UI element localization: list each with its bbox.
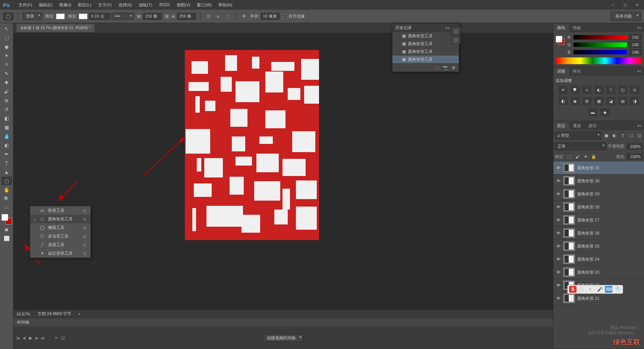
invert-icon[interactable]: ◪ — [606, 97, 615, 105]
zoom-tool[interactable]: 🔍 — [1, 195, 12, 203]
layer-thumbnail[interactable] — [563, 293, 575, 303]
visibility-icon[interactable]: 👁 — [556, 218, 561, 222]
play-icon[interactable]: ▶ — [29, 336, 32, 340]
visibility-icon[interactable]: 👁 — [556, 257, 561, 261]
history-item[interactable]: ▦圆角矩形工具 — [392, 48, 459, 56]
dock-icon[interactable]: ◫ — [451, 36, 461, 44]
dodge-tool[interactable]: ◐ — [1, 141, 12, 149]
ime-lang[interactable]: 英 — [578, 286, 585, 293]
menu-item[interactable]: 窗口(W) — [194, 1, 215, 9]
menu-item[interactable]: 文字(Y) — [95, 1, 115, 9]
type-tool[interactable]: T — [1, 159, 12, 167]
shape-tool-option[interactable]: •▢圆角矩形工具U — [30, 215, 91, 223]
layer-thumbnail[interactable] — [563, 215, 575, 225]
align-edges-checkbox[interactable] — [282, 14, 287, 19]
path-select-tool[interactable]: ▲ — [1, 168, 12, 176]
menu-item[interactable]: 3D(D) — [156, 1, 173, 9]
stroke-width-input[interactable] — [89, 13, 110, 20]
move-tool[interactable]: ↖ — [1, 25, 12, 33]
screenmode-tool[interactable]: ⬜ — [1, 234, 12, 242]
adjustments-tab[interactable]: 调整 — [553, 67, 569, 76]
layer-thumbnail[interactable] — [563, 228, 575, 238]
bw-icon[interactable]: ◧ — [559, 97, 568, 105]
menu-item[interactable]: 图像(I) — [56, 1, 74, 9]
menu-item[interactable]: 文件(F) — [16, 1, 35, 9]
gradient-tool[interactable]: ▦ — [1, 123, 12, 131]
visibility-icon[interactable]: 👁 — [556, 296, 561, 301]
swatches-tab[interactable]: 色板 — [569, 23, 585, 32]
opacity-value[interactable]: 100% — [627, 144, 643, 150]
menu-item[interactable]: 帮助(H) — [215, 1, 235, 9]
hist-new-doc-icon[interactable]: ⬚ — [435, 65, 439, 70]
levels-icon[interactable]: ⛊ — [571, 86, 580, 94]
width-input[interactable] — [143, 13, 162, 20]
threshold-icon[interactable]: ◨ — [630, 97, 639, 105]
visibility-icon[interactable]: 👁 — [556, 283, 561, 287]
layer-thumbnail[interactable] — [563, 189, 575, 199]
exposure-icon[interactable]: ◐ — [594, 86, 603, 94]
foreground-swatch[interactable] — [1, 214, 8, 221]
visibility-icon[interactable]: 👁 — [556, 231, 561, 235]
ime-toolbar[interactable]: S 英 •, 🎤 ⌨ 👕 — [567, 285, 623, 294]
layer-thumbnail[interactable] — [563, 202, 575, 212]
brightness-icon[interactable]: ☀ — [559, 86, 568, 94]
heal-tool[interactable]: ✚ — [1, 78, 12, 87]
menu-item[interactable]: 图层(L) — [75, 1, 94, 9]
layer-row[interactable]: 👁圆角矩形 30 — [553, 174, 644, 188]
lookup-icon[interactable]: ▦ — [594, 97, 603, 105]
visibility-icon[interactable]: 👁 — [556, 244, 561, 248]
lock-image-icon[interactable]: 🖌 — [574, 153, 581, 160]
paths-tab[interactable]: 路径 — [585, 122, 600, 130]
filter-shape-icon[interactable]: ▢ — [628, 132, 634, 139]
shape-tool-option[interactable]: ╱直线工具U — [30, 240, 91, 249]
visibility-icon[interactable]: 👁 — [556, 192, 561, 196]
lock-transparent-icon[interactable]: ⬚ — [566, 153, 572, 160]
vibrance-icon[interactable]: ▽ — [606, 86, 615, 94]
history-brush-tool[interactable]: ↺ — [1, 105, 12, 113]
visibility-icon[interactable]: 👁 — [556, 179, 561, 183]
layer-row[interactable]: 👁圆角矩形 23 — [553, 266, 644, 279]
layer-thumbnail[interactable] — [563, 254, 575, 264]
radius-input[interactable] — [261, 13, 280, 20]
layer-row[interactable]: 👁圆角矩形 27 — [553, 214, 644, 227]
close-button[interactable]: ✕ — [631, 1, 643, 9]
selective-icon[interactable]: ◆ — [600, 108, 609, 116]
color-swatches[interactable] — [1, 214, 12, 224]
stroke-style-dropdown[interactable]: ━━ — [111, 13, 134, 20]
b-value[interactable]: 248 — [629, 49, 642, 55]
visibility-icon[interactable]: 👁 — [556, 205, 561, 209]
arrange-icon[interactable]: ⬚ — [224, 13, 231, 20]
hist-snapshot-icon[interactable]: 📷 — [443, 65, 448, 70]
layer-thumbnail[interactable] — [563, 267, 575, 277]
zoom-value[interactable]: 16.67% — [16, 312, 30, 316]
posterize-icon[interactable]: ▤ — [618, 97, 627, 105]
filter-type-icon[interactable]: T — [619, 132, 626, 139]
shape-tool[interactable]: ▢ — [1, 177, 12, 185]
hist-delete-icon[interactable]: 🗑 — [452, 65, 456, 70]
filter-pixel-icon[interactable]: ▣ — [603, 132, 610, 139]
layer-row[interactable]: 👁圆角矩形 28 — [553, 201, 644, 214]
link-wh-icon[interactable]: ⛓ — [163, 13, 170, 20]
mixer-icon[interactable]: ⊞ — [583, 97, 591, 105]
lock-position-icon[interactable]: ✛ — [582, 153, 589, 160]
g-value[interactable]: 245 — [629, 42, 642, 48]
prev-frame-icon[interactable]: ◂| — [23, 336, 26, 340]
stroke-swatch[interactable] — [79, 13, 88, 19]
r-value[interactable]: 242 — [629, 34, 642, 40]
shape-tool-option[interactable]: ✦自定形状工具U — [30, 249, 91, 258]
maximize-button[interactable]: ◻ — [619, 1, 631, 9]
layer-row[interactable]: 👁圆角矩形 31 — [553, 161, 644, 174]
color-tab[interactable]: 颜色 — [553, 23, 569, 32]
shape-tool-option[interactable]: ◯椭圆工具U — [30, 223, 91, 232]
blend-mode-dropdown[interactable]: 正常 — [555, 142, 606, 150]
history-item[interactable]: ▦圆角矩形工具 — [392, 32, 459, 40]
shape-mode-dropdown[interactable]: 形状 — [23, 12, 42, 20]
doc-tab[interactable]: 未标题-1 @ 16.7% (圆角矩形 31, RGB/8) * — [16, 24, 94, 32]
layer-row[interactable]: 👁圆角矩形 21 — [553, 292, 644, 305]
goto-last-icon[interactable]: ▸| — [41, 336, 45, 340]
eraser-tool[interactable]: ◧ — [1, 114, 12, 122]
visibility-icon[interactable]: 👁 — [556, 270, 561, 274]
layer-thumbnail[interactable] — [563, 176, 575, 186]
align-icon[interactable]: ≡ — [215, 13, 221, 20]
quickmask-tool[interactable]: ◙ — [1, 225, 12, 233]
